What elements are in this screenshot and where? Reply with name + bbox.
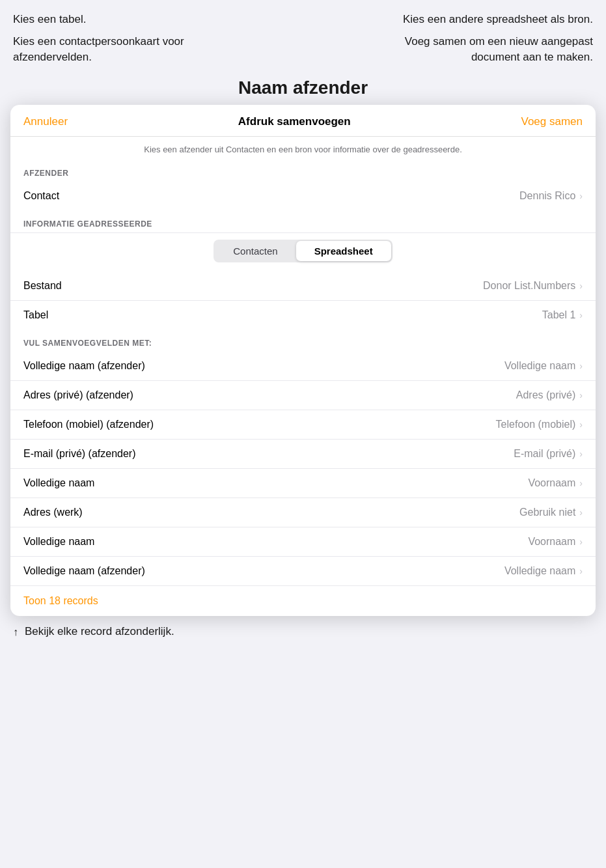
annotation-bottom-text: Bekijk elke record afzonderlijk. [25, 625, 174, 638]
cancel-button[interactable]: Annuleer [23, 115, 68, 128]
segment-contacten[interactable]: Contacten [215, 241, 296, 261]
merge-row-6[interactable]: Volledige naamVoornaam› [10, 527, 596, 556]
annotation-top-left: Kies een tabel. [13, 12, 86, 27]
bestand-row[interactable]: Bestand Donor List.Numbers › [10, 272, 596, 300]
merge-row-2[interactable]: Telefoon (mobiel) (afzender)Telefoon (mo… [10, 410, 596, 439]
merge-row-value-wrap-6: Voornaam› [528, 536, 583, 548]
afzender-section-label: AFZENDER [10, 160, 596, 182]
merge-row-label-5: Adres (werk) [23, 507, 83, 518]
merge-row-value-5: Gebruik niet [519, 507, 575, 518]
annotation-bottom: ↑ Bekijk elke record afzonderlijk. [0, 616, 606, 651]
tabel-label: Tabel [23, 309, 48, 321]
tabel-chevron-icon: › [579, 310, 583, 320]
merge-row-chevron-icon-4: › [579, 478, 583, 488]
segment-control: Contacten Spreadsheet [213, 240, 392, 262]
annotation-mid-left: Kies een contactpersoonkaart voor afzend… [13, 34, 195, 65]
contact-chevron-icon: › [579, 191, 583, 201]
merge-row-value-2: Telefoon (mobiel) [496, 419, 576, 430]
contact-row[interactable]: Contact Dennis Rico › [10, 182, 596, 210]
merge-row-value-wrap-7: Volledige naam› [504, 565, 583, 577]
merge-row-chevron-icon-7: › [579, 566, 583, 576]
merge-row-value-wrap-2: Telefoon (mobiel)› [496, 419, 583, 430]
annotation-top-right: Kies een andere spreadsheet als bron. [403, 12, 593, 27]
merge-row-chevron-icon-2: › [579, 419, 583, 430]
contact-value-wrap: Dennis Rico › [519, 190, 583, 202]
merge-button[interactable]: Voeg samen [521, 115, 583, 128]
merge-row-chevron-icon-1: › [579, 390, 583, 400]
merge-row-value-wrap-3: E-mail (privé)› [514, 448, 583, 460]
merge-row-label-3: E-mail (privé) (afzender) [23, 448, 135, 460]
merge-row-value-1: Adres (privé) [516, 389, 576, 401]
tabel-value: Tabel 1 [542, 309, 576, 321]
merge-row-chevron-icon-5: › [579, 507, 583, 518]
segment-spreadsheet[interactable]: Spreadsheet [296, 241, 391, 261]
annotation-mid-right: Voeg samen om een nieuw aangepast docume… [372, 34, 593, 65]
merge-row-chevron-icon-6: › [579, 537, 583, 547]
merge-row-3[interactable]: E-mail (privé) (afzender)E-mail (privé)› [10, 439, 596, 468]
modal-subtitle: Kies een afzender uit Contacten en een b… [10, 137, 596, 160]
merge-row-value-wrap-4: Voornaam› [528, 477, 583, 489]
background-title: Naam afzender [0, 64, 606, 105]
merge-row-value-4: Voornaam [528, 477, 575, 489]
arrow-icon: ↑ [13, 625, 18, 638]
bestand-label: Bestand [23, 280, 62, 292]
merge-row-5[interactable]: Adres (werk)Gebruik niet› [10, 497, 596, 527]
merge-row-0[interactable]: Volledige naam (afzender)Volledige naam› [10, 352, 596, 380]
merge-row-chevron-icon-3: › [579, 449, 583, 459]
merge-row-value-wrap-5: Gebruik niet› [519, 507, 583, 518]
merge-row-value-3: E-mail (privé) [514, 448, 575, 460]
tabel-value-wrap: Tabel 1 › [542, 309, 583, 321]
merge-row-value-6: Voornaam [528, 536, 575, 548]
merge-row-value-wrap-0: Volledige naam› [504, 360, 583, 372]
modal: Annuleer Afdruk samenvoegen Voeg samen K… [10, 105, 596, 616]
modal-title: Afdruk samenvoegen [238, 115, 351, 128]
merge-row-label-1: Adres (privé) (afzender) [23, 389, 133, 401]
merge-row-value-0: Volledige naam [504, 360, 575, 372]
merge-row-label-0: Volledige naam (afzender) [23, 360, 145, 372]
merge-row-label-2: Telefoon (mobiel) (afzender) [23, 419, 154, 430]
info-section-label: INFORMATIE GEADRESSEERDE [10, 210, 596, 232]
merge-row-label-4: Volledige naam [23, 477, 94, 489]
show-records-link[interactable]: Toon 18 records [10, 585, 596, 616]
merge-row-label-6: Volledige naam [23, 536, 94, 548]
tabel-row[interactable]: Tabel Tabel 1 › [10, 300, 596, 329]
merge-row-label-7: Volledige naam (afzender) [23, 565, 145, 577]
bestand-chevron-icon: › [579, 281, 583, 291]
bestand-value: Donor List.Numbers [483, 280, 575, 292]
contact-label: Contact [23, 190, 59, 202]
merge-row-chevron-icon-0: › [579, 361, 583, 371]
contact-value: Dennis Rico [519, 190, 575, 202]
modal-header: Annuleer Afdruk samenvoegen Voeg samen [10, 105, 596, 137]
vul-section-label: VUL SAMENVOEGVELDEN MET: [10, 329, 596, 352]
merge-row-7[interactable]: Volledige naam (afzender)Volledige naam› [10, 556, 596, 585]
segment-wrap: Contacten Spreadsheet [10, 232, 596, 272]
merge-row-4[interactable]: Volledige naamVoornaam› [10, 468, 596, 497]
bestand-value-wrap: Donor List.Numbers › [483, 280, 583, 292]
merge-row-value-7: Volledige naam [504, 565, 575, 577]
merge-row-value-wrap-1: Adres (privé)› [516, 389, 583, 401]
merge-row-1[interactable]: Adres (privé) (afzender)Adres (privé)› [10, 380, 596, 410]
merge-rows: Volledige naam (afzender)Volledige naam›… [10, 352, 596, 585]
